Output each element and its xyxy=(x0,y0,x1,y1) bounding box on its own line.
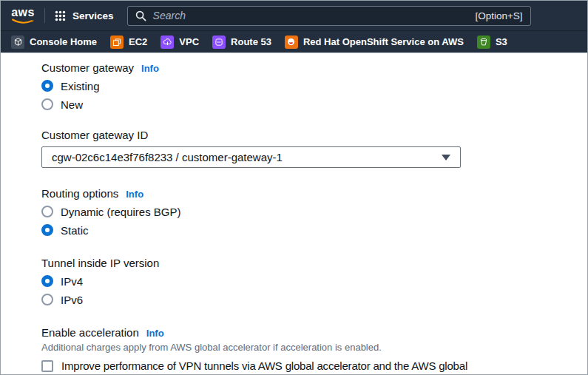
favorites-item-ec2[interactable]: EC2 xyxy=(110,36,147,49)
aws-smile-icon xyxy=(12,18,34,24)
aws-logo[interactable]: aws xyxy=(10,7,36,24)
acceleration-checkbox[interactable] xyxy=(41,360,53,372)
search-input[interactable]: Search [Option+S] xyxy=(127,6,531,26)
grid-icon xyxy=(55,10,66,21)
radio-new[interactable]: New xyxy=(41,98,587,111)
services-menu-button[interactable]: Services xyxy=(55,10,114,21)
radio-static[interactable]: Static xyxy=(41,223,587,237)
customer-gateway-id-field-label: Customer gateway ID xyxy=(41,129,587,141)
customer-gateway-id-select[interactable]: cgw-02c6c14e3f76f8233 / customer-gateway… xyxy=(41,146,461,168)
enable-acceleration-label: Enable acceleration xyxy=(41,326,139,339)
search-shortcut-hint: [Option+S] xyxy=(475,10,522,21)
customer-gateway-field-label: Customer gateway Info xyxy=(41,61,587,74)
route53-icon xyxy=(212,36,226,49)
radio-button[interactable] xyxy=(41,275,53,287)
favorites-item-label: EC2 xyxy=(129,36,147,47)
radio-label: Existing xyxy=(61,80,100,92)
radio-label: New xyxy=(61,98,83,111)
favorites-item-console-home[interactable]: Console Home xyxy=(11,36,97,49)
acceleration-checkbox-label: Improve performance of VPN tunnels via A… xyxy=(61,359,490,375)
acceleration-checkbox-row[interactable]: Improve performance of VPN tunnels via A… xyxy=(41,359,587,375)
radio-existing[interactable]: Existing xyxy=(41,79,587,92)
aws-logo-text: aws xyxy=(11,7,35,18)
vpn-form-content: Customer gateway Info Existing New Custo… xyxy=(1,53,587,375)
aws-console-window: aws Services Search [Option+ xyxy=(0,0,588,375)
redhat-openshift-icon xyxy=(285,36,298,49)
favorites-item-redhat-openshift[interactable]: Red Hat OpenShift Service on AWS xyxy=(285,36,464,49)
customer-gateway-id-value: cgw-02c6c14e3f76f8233 / customer-gateway… xyxy=(52,151,283,163)
favorites-item-label: Red Hat OpenShift Service on AWS xyxy=(303,36,464,47)
enable-acceleration-info-link[interactable]: Info xyxy=(146,328,164,339)
console-home-icon xyxy=(11,36,24,49)
radio-label: Static xyxy=(61,224,89,237)
radio-label: IPv6 xyxy=(61,294,83,306)
favorites-bar: Console Home EC2 VPC Route 53 Red Hat Op… xyxy=(1,30,587,53)
customer-gateway-label: Customer gateway xyxy=(41,61,134,74)
radio-ipv6[interactable]: IPv6 xyxy=(41,293,587,306)
favorites-item-label: Route 53 xyxy=(231,36,271,47)
favorites-item-label: Console Home xyxy=(30,36,97,47)
chevron-down-icon xyxy=(442,155,450,161)
favorites-item-route53[interactable]: Route 53 xyxy=(212,36,271,49)
radio-button[interactable] xyxy=(41,294,53,305)
radio-label: Dynamic (requires BGP) xyxy=(61,206,181,218)
topbar-divider xyxy=(44,8,45,23)
services-label: Services xyxy=(72,10,114,21)
routing-options-label: Routing options xyxy=(41,187,118,200)
favorites-item-s3[interactable]: S3 xyxy=(477,36,507,49)
radio-dynamic[interactable]: Dynamic (requires BGP) xyxy=(41,205,587,218)
search-icon xyxy=(135,10,146,21)
radio-button[interactable] xyxy=(41,224,53,236)
search-placeholder: Search xyxy=(153,10,186,21)
routing-options-info-link[interactable]: Info xyxy=(126,189,143,200)
ec2-icon xyxy=(110,36,124,49)
acceleration-description: Additional charges apply from AWS global… xyxy=(41,342,587,353)
favorites-item-label: S3 xyxy=(496,36,507,47)
top-navigation-bar: aws Services Search [Option+ xyxy=(1,1,587,30)
favorites-item-label: VPC xyxy=(179,36,199,47)
customer-gateway-info-link[interactable]: Info xyxy=(141,63,159,74)
tunnel-ip-version-field-label: Tunnel inside IP version xyxy=(41,257,587,269)
vpc-icon xyxy=(160,36,174,49)
radio-label: IPv4 xyxy=(61,275,83,288)
radio-ipv4[interactable]: IPv4 xyxy=(41,274,587,288)
radio-button[interactable] xyxy=(41,98,53,110)
radio-button[interactable] xyxy=(41,206,53,217)
s3-icon xyxy=(477,36,490,49)
enable-acceleration-field-label: Enable acceleration Info xyxy=(41,326,587,339)
routing-options-field-label: Routing options Info xyxy=(41,187,587,200)
customer-gateway-id-label: Customer gateway ID xyxy=(41,129,148,141)
radio-button[interactable] xyxy=(41,80,53,92)
favorites-item-vpc[interactable]: VPC xyxy=(160,36,199,49)
tunnel-ip-version-label: Tunnel inside IP version xyxy=(41,257,159,269)
